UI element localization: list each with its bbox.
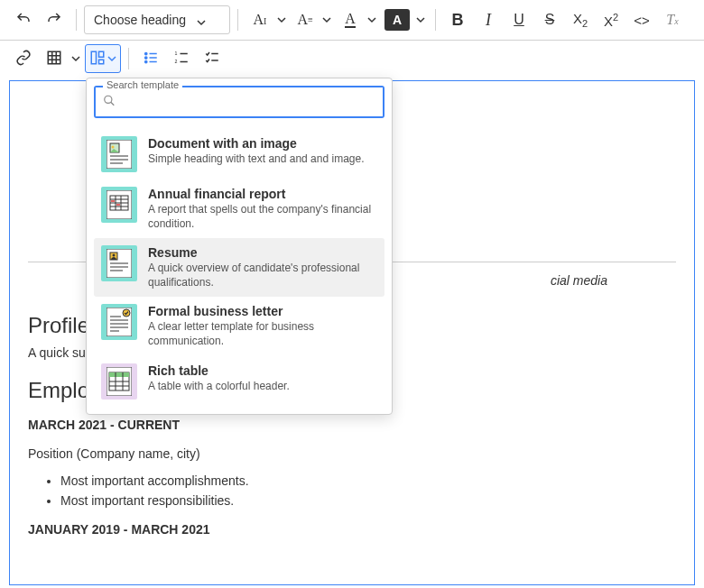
search-legend: Search template bbox=[103, 79, 182, 90]
template-item-image-doc[interactable]: Document with an image Simple heading wi… bbox=[94, 129, 384, 179]
search-input[interactable] bbox=[96, 87, 383, 116]
template-thumb-icon bbox=[101, 187, 137, 223]
svg-rect-35 bbox=[111, 200, 115, 202]
underline-icon: U bbox=[514, 12, 524, 28]
todo-list-button[interactable] bbox=[198, 44, 227, 73]
code-icon: <> bbox=[634, 13, 650, 28]
svg-rect-36 bbox=[116, 204, 120, 206]
template-name: Rich table bbox=[148, 363, 377, 378]
todo-list-icon bbox=[204, 50, 220, 69]
redo-icon bbox=[46, 11, 62, 30]
chevron-down-icon[interactable] bbox=[320, 15, 334, 24]
highlight-icon: A bbox=[384, 9, 410, 31]
svg-rect-52 bbox=[109, 372, 129, 377]
strikethrough-button[interactable]: S bbox=[535, 5, 564, 34]
svg-rect-7 bbox=[99, 60, 104, 64]
template-button[interactable] bbox=[85, 44, 121, 73]
svg-point-39 bbox=[113, 254, 116, 257]
chevron-down-icon[interactable] bbox=[413, 15, 428, 24]
list-item[interactable]: Most important accomplishments. bbox=[60, 473, 676, 488]
template-name: Annual financial report bbox=[148, 187, 377, 201]
template-thumb-icon bbox=[101, 304, 137, 340]
italic-button[interactable]: I bbox=[474, 5, 503, 34]
svg-rect-5 bbox=[91, 51, 96, 64]
svg-text:2: 2 bbox=[175, 59, 178, 64]
font-color-icon: A bbox=[345, 12, 356, 28]
bullet-list-icon bbox=[143, 50, 159, 69]
bold-button[interactable]: B bbox=[443, 5, 472, 34]
template-thumb-icon bbox=[101, 363, 137, 400]
italic-icon: I bbox=[486, 11, 491, 30]
redo-button[interactable] bbox=[40, 5, 69, 34]
search-field-wrap: Search template bbox=[94, 86, 384, 118]
template-name: Document with an image bbox=[148, 136, 377, 151]
toolbar: Choose heading AI A≡ A A bbox=[0, 0, 704, 41]
chevron-down-icon[interactable] bbox=[365, 15, 379, 24]
date-range-2[interactable]: JANUARY 2019 - MARCH 2021 bbox=[28, 522, 676, 537]
template-desc: A table with a colorful header. bbox=[148, 380, 377, 394]
heading-label: Choose heading bbox=[94, 13, 186, 27]
bold-icon: B bbox=[451, 11, 463, 30]
template-name: Formal business letter bbox=[148, 304, 377, 318]
separator bbox=[76, 9, 77, 31]
template-thumb-icon bbox=[101, 136, 137, 172]
superscript-button[interactable]: X2 bbox=[597, 5, 625, 34]
separator bbox=[237, 9, 238, 31]
editor-canvas[interactable]: Search template Document with an image S… bbox=[9, 80, 695, 585]
subscript-button[interactable]: X2 bbox=[566, 5, 595, 34]
highlight-button[interactable]: A bbox=[381, 5, 413, 34]
superscript-icon: X2 bbox=[604, 12, 618, 29]
position-line[interactable]: Position (Company name, city) bbox=[28, 446, 676, 461]
template-list: Document with an image Simple heading wi… bbox=[94, 129, 384, 407]
template-desc: A report that spells out the company's f… bbox=[148, 203, 377, 231]
underline-button[interactable]: U bbox=[505, 5, 533, 34]
clear-format-icon: Tx bbox=[666, 12, 678, 28]
svg-point-20 bbox=[105, 96, 112, 103]
template-desc: Simple heading with text and and and ima… bbox=[148, 152, 377, 167]
separator bbox=[128, 48, 129, 69]
list-item[interactable]: Most important responsibilities. bbox=[60, 493, 676, 508]
font-size-button[interactable]: AI bbox=[245, 5, 274, 34]
numbered-list-button[interactable]: 12 bbox=[167, 44, 196, 73]
template-dropdown: Search template Document with an image S… bbox=[86, 78, 393, 415]
svg-point-24 bbox=[112, 146, 115, 149]
search-icon bbox=[103, 95, 116, 110]
link-button[interactable] bbox=[9, 44, 38, 73]
font-color-button[interactable]: A bbox=[336, 5, 365, 34]
bullet-list[interactable]: Most important accomplishments. Most imp… bbox=[28, 473, 676, 508]
code-button[interactable]: <> bbox=[627, 5, 656, 34]
template-desc: A clear letter template for business com… bbox=[148, 320, 377, 348]
bullet-list-button[interactable] bbox=[136, 44, 165, 73]
table-icon bbox=[46, 50, 62, 69]
svg-rect-6 bbox=[99, 51, 104, 57]
template-item-resume[interactable]: Resume A quick overview of candidate's p… bbox=[94, 238, 384, 297]
svg-text:1: 1 bbox=[175, 51, 178, 56]
undo-icon bbox=[15, 11, 32, 30]
clear-format-button[interactable]: Tx bbox=[658, 5, 687, 34]
toolbar-row-2: 12 bbox=[0, 41, 704, 80]
font-size-icon: AI bbox=[254, 12, 267, 28]
table-button[interactable] bbox=[40, 44, 69, 73]
chevron-down-icon[interactable] bbox=[274, 15, 289, 24]
svg-line-21 bbox=[111, 102, 115, 106]
numbered-list-icon: 12 bbox=[173, 50, 190, 69]
date-range-1[interactable]: MARCH 2021 - CURRENT bbox=[28, 418, 676, 432]
template-item-financial[interactable]: Annual financial report A report that sp… bbox=[94, 179, 384, 238]
undo-button[interactable] bbox=[9, 5, 38, 34]
template-desc: A quick overview of candidate's professi… bbox=[148, 262, 377, 289]
chevron-down-icon bbox=[107, 51, 116, 66]
chevron-down-icon[interactable] bbox=[69, 54, 83, 63]
template-name: Resume bbox=[148, 245, 377, 260]
svg-point-10 bbox=[145, 60, 147, 62]
subscript-icon: X2 bbox=[573, 11, 588, 29]
template-item-rich-table[interactable]: Rich table A table with a colorful heade… bbox=[94, 356, 384, 407]
svg-rect-0 bbox=[48, 51, 60, 64]
chevron-down-icon bbox=[197, 15, 206, 24]
strikethrough-icon: S bbox=[545, 12, 555, 28]
heading-dropdown[interactable]: Choose heading bbox=[84, 5, 230, 34]
font-family-icon: A≡ bbox=[297, 12, 312, 28]
svg-point-9 bbox=[145, 56, 147, 58]
template-thumb-icon bbox=[101, 245, 137, 281]
font-family-button[interactable]: A≡ bbox=[291, 5, 320, 34]
template-item-letter[interactable]: Formal business letter A clear letter te… bbox=[94, 297, 384, 355]
